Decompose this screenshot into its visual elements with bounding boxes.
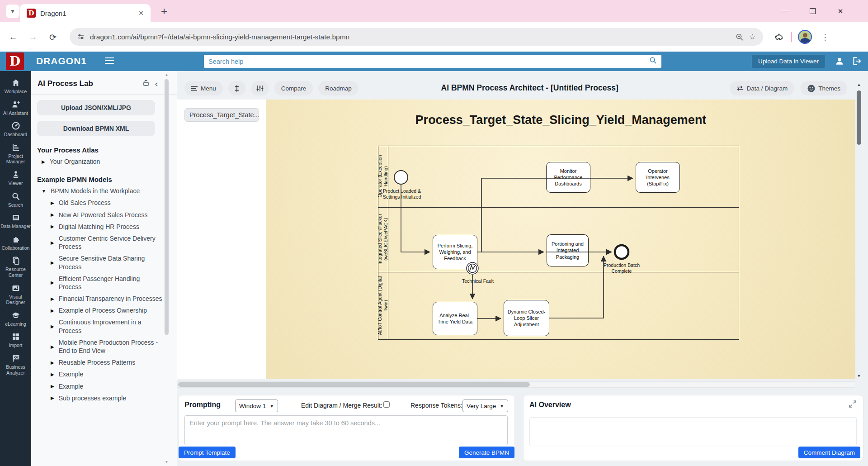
sidebar-item-search[interactable]: Search	[0, 192, 31, 208]
menu-button[interactable]: Menu	[184, 81, 223, 95]
new-tab-button[interactable]: +	[161, 5, 167, 18]
tree-item-secure-data-sharing[interactable]: ▶Secure Sensitive Data Sharing Process	[51, 254, 163, 271]
expand-triangle-icon[interactable]: ▶	[51, 200, 54, 206]
expand-icon[interactable]	[849, 400, 857, 410]
canvas-vertical-scrollbar[interactable]: ▲ ▼	[855, 81, 863, 379]
expand-triangle-icon[interactable]: ▶	[51, 360, 54, 366]
expand-triangle-icon[interactable]: ▶	[51, 308, 54, 314]
tree-item-customer-centric[interactable]: ▶Customer Centric Service Delivery Proce…	[51, 234, 163, 251]
sidebar-item-workplace[interactable]: Workplace	[0, 78, 31, 95]
upload-json-button[interactable]: Upload JSON/XML/JPG	[37, 100, 155, 115]
generate-bpmn-button[interactable]: Generate BPMN	[459, 447, 514, 458]
tab-close-icon[interactable]: ✕	[136, 8, 146, 18]
maximize-button[interactable]	[803, 0, 822, 22]
tree-item-sub-processes[interactable]: ▶Sub processes example	[51, 394, 163, 402]
scrollbar-thumb[interactable]	[857, 90, 861, 145]
task-dynamic-adjustment[interactable]: Dynamic Closed-Loop Slicer Adjustment	[504, 300, 549, 336]
expand-triangle-icon[interactable]: ▶	[51, 212, 54, 218]
expand-triangle-icon[interactable]: ▶	[51, 344, 54, 350]
tree-item-mobile-phone-production[interactable]: ▶Mobile Phone Production Process - End t…	[51, 338, 163, 355]
zoom-icon[interactable]	[736, 33, 744, 41]
bookmark-star-icon[interactable]: ☆	[749, 32, 756, 42]
reload-icon[interactable]: ⟳	[46, 30, 60, 44]
logout-icon[interactable]	[852, 56, 862, 68]
canvas-horizontal-scrollbar[interactable]	[177, 381, 855, 388]
task-operator-intervenes[interactable]: Operator Intervenes (Stop/Fix)	[636, 162, 680, 193]
collapse-panel-icon[interactable]: ‹	[155, 79, 158, 89]
scrollbar-thumb[interactable]	[165, 79, 169, 335]
forward-icon[interactable]: →	[26, 30, 40, 44]
tree-bpmn-models-root[interactable]: ▼ BPMN Models in the Workplace	[42, 187, 163, 195]
scroll-up-icon[interactable]: ▲	[855, 82, 863, 87]
scroll-down-icon[interactable]: ▼	[855, 374, 863, 378]
sidebar-item-project-manager[interactable]: Project Manager	[0, 143, 31, 165]
expand-triangle-icon[interactable]: ▶	[51, 280, 54, 285]
help-search[interactable]	[204, 55, 661, 68]
sidebar-item-import[interactable]: Import	[0, 332, 31, 348]
sidebar-item-viewer[interactable]: Viewer	[0, 170, 31, 186]
tree-item-financial-transparency[interactable]: ▶Financial Transparency in Processes	[51, 295, 163, 303]
tab-search-chevron-icon[interactable]: ▼	[6, 5, 19, 18]
sidebar-item-elearning[interactable]: eLearning	[0, 311, 31, 327]
browser-tab[interactable]: D Dragon1 ✕	[20, 4, 151, 22]
extensions-icon[interactable]	[772, 30, 786, 44]
collapse-triangle-icon[interactable]: ▼	[42, 188, 46, 194]
expand-triangle-icon[interactable]: ▶	[51, 371, 54, 377]
bpmn-canvas[interactable]: Process_Target_State_Slicing_Yield_Manag…	[266, 100, 855, 379]
sidebar-item-resource-center[interactable]: Resource Center	[0, 256, 31, 278]
selected-file-item[interactable]: Process_Target_State...	[184, 108, 259, 122]
data-diagram-button[interactable]: Data / Diagram	[730, 81, 794, 95]
compare-button[interactable]: Compare	[274, 81, 313, 95]
roadmap-button[interactable]: Roadmap	[318, 81, 359, 95]
tree-item-example-2[interactable]: ▶Example	[51, 382, 163, 390]
tree-your-organization[interactable]: ▶ Your Organization	[42, 157, 163, 166]
sidebar-item-collaboration[interactable]: Collaboration	[0, 235, 31, 251]
hamburger-menu-icon[interactable]	[105, 57, 114, 66]
url-text[interactable]: dragon1.com/ai/bpmn?f=/data/ai-bpmn-slic…	[90, 33, 730, 41]
help-search-input[interactable]	[208, 58, 649, 65]
expand-triangle-icon[interactable]: ▶	[51, 260, 54, 266]
address-bar[interactable]: dragon1.com/ai/bpmn?f=/data/ai-bpmn-slic…	[70, 28, 763, 46]
search-icon[interactable]	[649, 57, 657, 66]
expand-triangle-icon[interactable]: ▶	[51, 296, 54, 302]
tree-item-digital-matching-hr[interactable]: ▶Digital Matching HR Process	[51, 223, 163, 231]
expand-triangle-icon[interactable]: ▶	[51, 323, 54, 329]
tree-item-process-ownership[interactable]: ▶Example of Process Ownership	[51, 306, 163, 314]
themes-button[interactable]: Themes	[801, 81, 847, 95]
tree-item-passenger-handling[interactable]: ▶Efficient Passenger Handling Process	[51, 275, 163, 291]
download-bpmn-button[interactable]: Download BPMN XML	[37, 121, 155, 136]
response-tokens-select[interactable]: Very Large▼	[462, 399, 508, 412]
edit-merge-checkbox[interactable]	[383, 401, 390, 408]
dragon1-logo[interactable]: D	[6, 52, 24, 70]
filter-button[interactable]	[251, 81, 269, 95]
profile-avatar[interactable]	[798, 30, 812, 44]
minimize-button[interactable]	[775, 0, 794, 22]
scroll-up-icon[interactable]: ▲	[164, 73, 170, 77]
sidebar-item-dashboard[interactable]: Dashboard	[0, 121, 31, 138]
task-analyze-yield[interactable]: Analyze Real-Time Yield Data	[433, 302, 477, 335]
tree-item-continuous-improvement[interactable]: ▶Continuous Improvement in a Process	[51, 318, 163, 334]
panel-scrollbar[interactable]: ▲ ▼	[164, 72, 170, 465]
scrollbar-thumb[interactable]	[178, 382, 530, 387]
tree-item-old-sales[interactable]: ▶Old Sales Process	[51, 199, 163, 207]
tree-item-new-ai-sales[interactable]: ▶New AI Powered Sales Process	[51, 211, 163, 219]
site-settings-icon[interactable]	[77, 33, 85, 41]
task-portioning-packaging[interactable]: Portioning and Integrated Packaging	[547, 234, 589, 266]
user-icon[interactable]	[835, 56, 844, 68]
expand-triangle-icon[interactable]: ▶	[51, 383, 54, 389]
tree-item-example-1[interactable]: ▶Example	[51, 370, 163, 378]
expand-triangle-icon[interactable]: ▶	[42, 159, 45, 165]
sidebar-item-data-manager[interactable]: Data Manager	[0, 213, 31, 229]
expand-triangle-icon[interactable]: ▶	[51, 223, 54, 229]
task-perform-slicing[interactable]: Perform Slicing, Weighing, and Feedback	[433, 235, 477, 269]
sidebar-item-ai-assistant[interactable]: AI Assistant	[0, 100, 31, 116]
align-button[interactable]	[228, 81, 245, 95]
expand-triangle-icon[interactable]: ▶	[51, 240, 54, 246]
upload-data-viewer-button[interactable]: Upload Data in Viewer	[751, 54, 826, 68]
browser-menu-icon[interactable]: ⋮	[818, 30, 832, 44]
sidebar-item-business-analyzer[interactable]: Business Analyzer	[0, 354, 31, 376]
tree-item-reusable-patterns[interactable]: ▶Reusable Process Patterns	[51, 358, 163, 366]
close-button[interactable]: ✕	[831, 0, 850, 22]
task-monitor-dashboards[interactable]: Monitor Performance Dashboards	[546, 162, 590, 193]
window-select[interactable]: Window 1▼	[235, 399, 278, 412]
